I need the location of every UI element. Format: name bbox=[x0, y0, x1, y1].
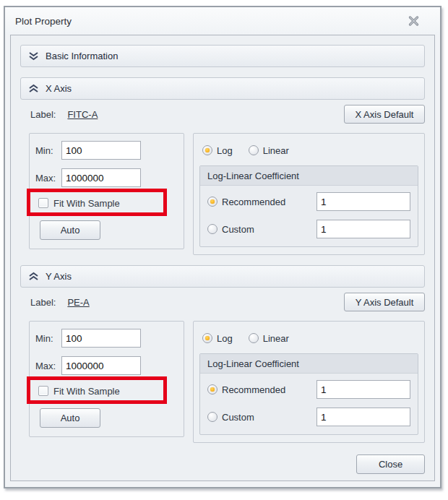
y-custom-row: Custom bbox=[207, 408, 410, 426]
y-axis-section: Y Axis Label: PE-A Y Axis Default Min: M… bbox=[20, 265, 425, 443]
y-custom-radio[interactable]: Custom bbox=[207, 412, 254, 423]
radio-selected-icon bbox=[207, 384, 217, 395]
coefficient-group-body: Recommended Custom bbox=[200, 186, 418, 246]
linear-radio-label: Linear bbox=[263, 145, 289, 156]
y-recommended-radio[interactable]: Recommended bbox=[207, 384, 285, 395]
x-log-radio[interactable]: Log bbox=[202, 145, 233, 156]
x-log-linear-coefficient-group: Log-Linear Coefficient Recommended bbox=[199, 165, 418, 247]
y-axis-channel-link[interactable]: PE-A bbox=[67, 297, 89, 308]
x-axis-scale-group: Log Linear Log-Linear Coefficient bbox=[193, 133, 425, 255]
x-auto-button[interactable]: Auto bbox=[40, 220, 100, 240]
y-recommended-input[interactable] bbox=[316, 380, 410, 399]
window-close-button[interactable] bbox=[407, 15, 420, 27]
x-recommended-input[interactable] bbox=[316, 192, 410, 211]
max-label: Max: bbox=[35, 173, 61, 184]
chevron-double-up-icon bbox=[28, 84, 39, 93]
basic-information-header[interactable]: Basic Information bbox=[20, 45, 425, 67]
dialog-content-panel: Basic Information X Axis Label: FITC-A X… bbox=[10, 35, 435, 481]
fit-with-sample-label: Fit With Sample bbox=[53, 198, 120, 209]
chevron-double-up-icon bbox=[28, 272, 39, 281]
x-max-input[interactable] bbox=[61, 168, 141, 187]
x-custom-radio[interactable]: Custom bbox=[207, 224, 254, 235]
y-axis-scale-group: Log Linear Log-Linear Coefficient bbox=[193, 321, 425, 443]
linear-radio-label: Linear bbox=[263, 333, 289, 344]
y-min-row: Min: bbox=[35, 329, 178, 348]
y-axis-groups: Min: Max: Fit With Sample Auto bbox=[29, 321, 425, 443]
label-caption: Label: bbox=[30, 109, 56, 120]
x-min-row: Min: bbox=[35, 141, 178, 160]
plot-property-dialog: Plot Property bbox=[4, 6, 441, 488]
x-min-input[interactable] bbox=[61, 141, 141, 160]
y-auto-button[interactable]: Auto bbox=[40, 408, 100, 428]
close-x-icon bbox=[408, 16, 419, 26]
y-max-row: Max: bbox=[35, 356, 178, 375]
log-radio-label: Log bbox=[217, 145, 233, 156]
y-axis-default-button[interactable]: Y Axis Default bbox=[344, 293, 425, 311]
recommended-radio-label: Recommended bbox=[222, 384, 285, 395]
x-fit-with-sample-row[interactable]: Fit With Sample bbox=[38, 194, 178, 212]
section-title: Y Axis bbox=[46, 271, 72, 282]
recommended-radio-label: Recommended bbox=[222, 197, 285, 207]
y-axis-range-group: Min: Max: Fit With Sample Auto bbox=[29, 321, 184, 437]
x-axis-channel-link[interactable]: FITC-A bbox=[67, 109, 98, 120]
coefficient-group-title: Log-Linear Coefficient bbox=[200, 166, 418, 186]
x-custom-input[interactable] bbox=[316, 220, 410, 238]
radio-unselected-icon bbox=[207, 412, 217, 422]
x-axis-header[interactable]: X Axis bbox=[20, 77, 425, 100]
x-linear-radio[interactable]: Linear bbox=[249, 145, 289, 156]
y-log-linear-coefficient-group: Log-Linear Coefficient Recommended bbox=[199, 353, 418, 435]
y-max-input[interactable] bbox=[61, 356, 141, 375]
fit-with-sample-label: Fit With Sample bbox=[53, 386, 120, 397]
radio-selected-icon bbox=[202, 333, 212, 343]
label-caption: Label: bbox=[30, 297, 56, 308]
x-axis-range-group: Min: Max: Fit With Sample Auto bbox=[29, 133, 184, 249]
x-recommended-radio[interactable]: Recommended bbox=[207, 197, 285, 207]
section-title: X Axis bbox=[46, 83, 72, 94]
custom-radio-label: Custom bbox=[222, 412, 254, 423]
radio-selected-icon bbox=[202, 145, 212, 155]
y-axis-header[interactable]: Y Axis bbox=[20, 265, 425, 288]
y-log-radio[interactable]: Log bbox=[202, 333, 233, 344]
dialog-footer: Close bbox=[20, 454, 425, 474]
y-min-input[interactable] bbox=[61, 329, 141, 348]
min-label: Min: bbox=[35, 145, 61, 156]
close-button[interactable]: Close bbox=[356, 454, 425, 474]
custom-radio-label: Custom bbox=[222, 224, 254, 235]
title-bar: Plot Property bbox=[5, 7, 440, 35]
y-recommended-row: Recommended bbox=[207, 380, 410, 399]
coefficient-group-title: Log-Linear Coefficient bbox=[200, 354, 418, 374]
basic-information-section: Basic Information bbox=[20, 45, 425, 67]
y-axis-label-row: Label: PE-A Y Axis Default bbox=[30, 292, 425, 312]
x-axis-groups: Min: Max: Fit With Sample Auto bbox=[29, 133, 425, 255]
radio-unselected-icon bbox=[207, 224, 217, 234]
section-title: Basic Information bbox=[46, 51, 118, 61]
min-label: Min: bbox=[35, 333, 61, 344]
window-title: Plot Property bbox=[15, 16, 72, 27]
log-radio-label: Log bbox=[217, 333, 233, 344]
y-fit-with-sample-checkbox[interactable] bbox=[38, 386, 48, 396]
x-fit-with-sample-checkbox[interactable] bbox=[38, 198, 48, 208]
x-recommended-row: Recommended bbox=[207, 192, 410, 211]
y-linear-radio[interactable]: Linear bbox=[249, 333, 289, 344]
x-scale-radio-row: Log Linear bbox=[202, 142, 418, 158]
y-fit-with-sample-row[interactable]: Fit With Sample bbox=[38, 382, 178, 400]
x-axis-default-button[interactable]: X Axis Default bbox=[344, 105, 425, 124]
x-axis-section: X Axis Label: FITC-A X Axis Default Min:… bbox=[20, 77, 425, 255]
radio-unselected-icon bbox=[249, 145, 259, 155]
x-axis-label-row: Label: FITC-A X Axis Default bbox=[30, 104, 425, 124]
x-max-row: Max: bbox=[35, 168, 178, 187]
y-custom-input[interactable] bbox=[316, 408, 410, 426]
chevron-double-down-icon bbox=[28, 51, 39, 61]
radio-selected-icon bbox=[207, 197, 217, 207]
coefficient-group-body: Recommended Custom bbox=[200, 374, 418, 434]
x-custom-row: Custom bbox=[207, 220, 410, 238]
max-label: Max: bbox=[35, 361, 61, 371]
radio-unselected-icon bbox=[249, 333, 259, 343]
y-scale-radio-row: Log Linear bbox=[202, 330, 418, 346]
